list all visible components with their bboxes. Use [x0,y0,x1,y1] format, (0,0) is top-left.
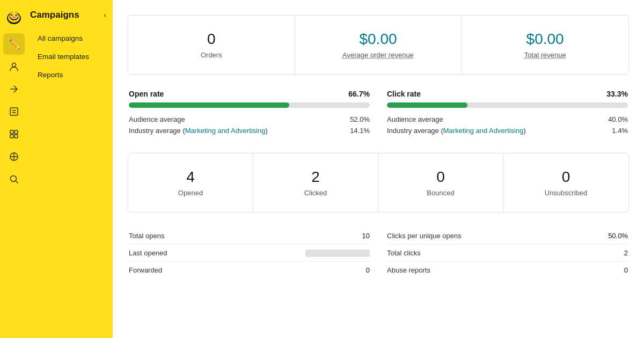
integrations-icon-btn[interactable] [3,146,25,167]
icon-sidebar: ✏️ [0,0,28,338]
rates-section: Open rate 66.7% Audience average 52.0% I… [128,90,629,138]
click-rate-header: Click rate 33.3% [387,90,628,98]
open-rate-industry-row: Industry average (Marketing and Advertis… [129,127,370,135]
last-opened-skeleton [305,249,370,257]
unsubscribed-label: Unsubscribed [512,189,620,197]
svg-rect-15 [14,130,18,134]
open-rate-audience-avg-row: Audience average 52.0% [129,115,370,123]
open-rate-title: Open rate [129,90,164,98]
sidebar-item-all-campaigns[interactable]: All campaigns [31,30,109,47]
clicked-card: 2 Clicked [253,153,378,212]
click-rate-progress-fill [387,102,467,108]
sidebar-panel-title: Campaigns [30,10,79,20]
avg-order-revenue-label[interactable]: Average order revenue [304,51,453,59]
svg-rect-16 [10,135,13,138]
open-rate-industry-val: 14.1% [350,127,370,135]
total-revenue-label[interactable]: Total revenue [470,51,620,59]
click-rate-progress-bg [387,102,628,108]
open-rate-industry-label: Industry average (Marketing and Advertis… [129,127,268,135]
bounced-label: Bounced [387,189,494,197]
svg-rect-14 [10,130,13,134]
svg-point-10 [12,63,16,67]
open-rate-industry-link[interactable]: Marketing and Advertising [185,127,266,135]
abuse-reports-row: Abuse reports 0 [387,262,628,278]
click-rate-audience-avg-row: Audience average 40.0% [387,115,628,123]
total-opens-value: 10 [362,232,370,240]
content-icon-btn[interactable] [3,123,25,145]
opened-card: 4 Opened [128,153,253,212]
svg-rect-11 [10,108,18,115]
total-clicks-label: Total clicks [387,249,421,257]
search-icon-btn[interactable] [3,168,25,190]
svg-line-22 [16,181,18,183]
open-rate-progress-bg [129,102,370,108]
total-clicks-row: Total clicks 2 [387,245,628,262]
edit-icon-btn[interactable]: ✏️ [3,33,25,55]
top-stats-grid: 0 Orders $0.00 Average order revenue $0.… [128,15,629,75]
open-rate-progress-fill [129,102,289,108]
bottom-right-stats: Clicks per unique opens 50.0% Total clic… [387,227,628,278]
clicks-per-unique-value: 50.0% [608,232,628,240]
sidebar-panel: Campaigns ‹ All campaigns Email template… [28,0,113,338]
unsubscribed-value: 0 [512,168,620,186]
opened-label: Opened [137,189,244,197]
orders-value: 0 [137,31,286,48]
total-clicks-value: 2 [624,249,628,257]
total-revenue-value: $0.00 [470,31,620,48]
bounced-value: 0 [387,168,494,186]
click-rate-value: 33.3% [606,90,628,98]
open-rate-header: Open rate 66.7% [129,90,370,98]
total-opens-row: Total opens 10 [129,227,370,245]
svg-point-9 [17,15,19,17]
clicked-value: 2 [262,168,369,186]
forwarded-value: 0 [366,266,370,274]
bounced-card: 0 Bounced [378,153,503,212]
sidebar-panel-header: Campaigns ‹ [28,8,113,29]
app-layout: ✏️ Campaigns ‹ All campaigns Email templ… [0,0,644,338]
avg-order-revenue-value: $0.00 [304,31,453,48]
forwarded-row: Forwarded 0 [129,262,370,278]
avg-order-revenue-stat: $0.00 Average order revenue [295,16,462,74]
open-rate-value: 66.7% [348,90,370,98]
total-opens-label: Total opens [129,232,165,240]
unsubscribed-card: 0 Unsubscribed [503,153,628,212]
sidebar-item-email-templates[interactable]: Email templates [31,48,109,65]
open-rate-audience-avg-label: Audience average [129,115,185,123]
abuse-reports-label: Abuse reports [387,266,430,274]
svg-point-8 [9,15,12,17]
orders-stat: 0 Orders [128,16,295,74]
abuse-reports-value: 0 [624,266,628,274]
click-rate-block: Click rate 33.3% Audience average 40.0% … [387,90,628,138]
click-rate-industry-label: Industry average (Marketing and Advertis… [387,127,526,135]
sidebar-item-reports[interactable]: Reports [31,66,109,84]
click-rate-audience-avg-val: 40.0% [608,115,628,123]
app-logo[interactable] [3,4,25,27]
bottom-left-stats: Total opens 10 Last opened Forwarded 0 [129,227,370,278]
click-rate-industry-row: Industry average (Marketing and Advertis… [387,127,628,135]
main-content: 0 Orders $0.00 Average order revenue $0.… [113,0,644,338]
total-revenue-stat: $0.00 Total revenue [462,16,628,74]
bottom-stats: Total opens 10 Last opened Forwarded 0 C… [128,227,629,278]
engagement-stats-grid: 4 Opened 2 Clicked 0 Bounced 0 Unsubscri… [128,153,629,212]
audience-icon-btn[interactable] [3,56,25,77]
open-rate-audience-avg-val: 52.0% [350,115,370,123]
last-opened-label: Last opened [129,249,167,257]
svg-point-21 [11,176,17,182]
last-opened-row: Last opened [129,245,370,262]
click-rate-title: Click rate [387,90,421,98]
open-rate-block: Open rate 66.7% Audience average 52.0% I… [129,90,370,138]
opened-value: 4 [137,168,244,186]
forwarded-label: Forwarded [129,266,162,274]
svg-point-7 [13,17,16,18]
click-rate-audience-avg-label: Audience average [387,115,443,123]
orders-label: Orders [137,51,286,59]
campaigns-icon-btn[interactable] [3,78,25,100]
click-rate-industry-link[interactable]: Marketing and Advertising [443,127,524,135]
clicks-per-unique-label: Clicks per unique opens [387,232,462,240]
clicked-label: Clicked [262,189,369,197]
contacts-icon-btn[interactable] [3,101,25,122]
click-rate-industry-val: 1.4% [612,127,628,135]
sidebar-collapse-btn[interactable]: ‹ [104,11,106,19]
svg-rect-17 [14,135,18,138]
clicks-per-unique-row: Clicks per unique opens 50.0% [387,227,628,245]
